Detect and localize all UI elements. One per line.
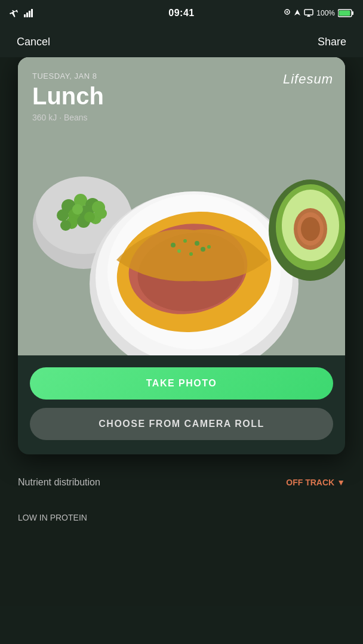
navigation-icon — [294, 9, 301, 17]
bg-low-protein: LOW IN PROTEIN — [18, 513, 87, 522]
signal-icon — [24, 9, 35, 17]
svg-point-24 — [84, 212, 95, 222]
status-bar: 09:41 100% — [0, 0, 363, 26]
svg-point-25 — [60, 220, 71, 231]
camera-roll-button[interactable]: CHOOSE FROM CAMERA ROLL — [30, 408, 333, 440]
svg-point-34 — [183, 239, 187, 243]
status-left — [10, 9, 35, 17]
lifesum-logo: Lifesum — [283, 72, 333, 87]
svg-point-33 — [171, 243, 176, 247]
svg-rect-1 — [26, 13, 28, 17]
location-icon — [284, 9, 291, 17]
button-area: TAKE PHOTO CHOOSE FROM CAMERA ROLL — [18, 367, 345, 440]
svg-rect-0 — [24, 14, 26, 17]
svg-point-23 — [72, 204, 83, 215]
status-right: 100% — [284, 9, 353, 17]
meal-info: 360 kJ · Beans — [32, 113, 104, 122]
svg-point-45 — [301, 217, 320, 241]
status-time: 09:41 — [168, 8, 194, 18]
svg-point-26 — [96, 208, 107, 219]
svg-point-39 — [189, 252, 193, 256]
nav-bar: Cancel Share — [0, 26, 363, 57]
svg-point-5 — [287, 11, 288, 13]
svg-rect-6 — [304, 10, 313, 15]
battery-percent: 100% — [316, 9, 335, 17]
svg-rect-8 — [339, 11, 350, 16]
cancel-button[interactable]: Cancel — [12, 33, 55, 51]
svg-point-36 — [207, 245, 211, 249]
svg-rect-2 — [29, 11, 30, 17]
meal-date: TUESDAY, JAN 8 — [32, 72, 104, 80]
take-photo-button[interactable]: TAKE PHOTO — [30, 367, 333, 400]
svg-rect-3 — [31, 9, 33, 17]
svg-rect-9 — [352, 11, 354, 15]
airplay-icon — [304, 9, 313, 17]
svg-point-22 — [57, 209, 69, 221]
meal-type: Lunch — [32, 83, 104, 109]
svg-point-38 — [201, 247, 205, 252]
modal-card: TUESDAY, JAN 8 Lunch 360 kJ · Beans Life… — [18, 57, 345, 454]
food-image-area: TUESDAY, JAN 8 Lunch 360 kJ · Beans Life… — [18, 57, 345, 355]
airplane-icon — [10, 9, 20, 17]
svg-point-37 — [177, 249, 181, 253]
battery-icon — [338, 9, 353, 17]
bg-nutrient-row: Nutrient distribution OFF TRACK ▼ — [18, 477, 345, 488]
svg-point-35 — [195, 241, 199, 246]
off-track-badge: OFF TRACK ▼ — [286, 478, 345, 487]
image-overlay: TUESDAY, JAN 8 Lunch 360 kJ · Beans — [32, 72, 104, 122]
share-button[interactable]: Share — [313, 33, 351, 51]
